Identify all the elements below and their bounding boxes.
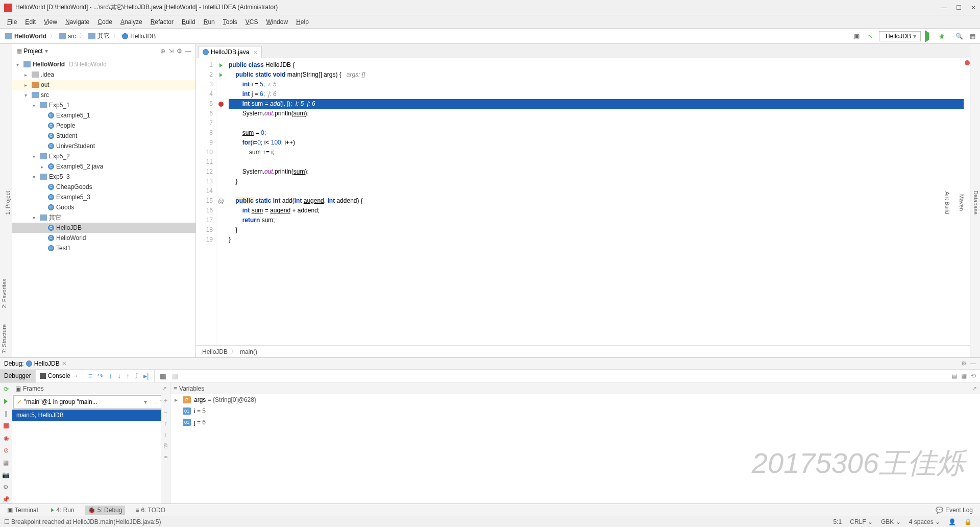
crumb-project[interactable]: HelloWorld [14, 33, 46, 40]
project-tree[interactable]: ▾HelloWorldD:\HelloWorld▸.idea▸out▾src▾E… [12, 58, 195, 357]
breakpoints-button[interactable]: ◉ [2, 434, 10, 442]
menu-analyze[interactable]: Analyze [116, 18, 146, 26]
minimize-button[interactable]: — [941, 4, 947, 11]
tree-node[interactable]: ▸out [12, 80, 195, 90]
link-icon[interactable]: ⚭ [163, 453, 168, 461]
layout-icon[interactable]: ▤ [951, 372, 957, 379]
close-button[interactable]: ✕ [971, 4, 976, 11]
nav-tool-icon[interactable]: ▣ [852, 32, 862, 41]
gear-icon[interactable]: ⚙ [177, 47, 182, 55]
settings-button[interactable]: ⚙ [2, 483, 10, 491]
step-over-icon[interactable]: ↷ [97, 372, 104, 380]
restore-icon[interactable]: ↗ [972, 385, 977, 392]
tree-node[interactable]: ▾Exp5_1 [12, 100, 195, 110]
tool-todo[interactable]: ≡6: TODO [132, 506, 168, 515]
line-gutter[interactable]: 12345678910111213141516171819 [196, 58, 216, 345]
tree-node[interactable]: ▾其它 [12, 212, 195, 223]
collapse-icon[interactable]: ⇲ [168, 47, 174, 55]
tree-node[interactable]: CHelloJDB [12, 223, 195, 233]
stop-button[interactable] [2, 422, 10, 430]
rerun-button[interactable]: ⟳ [2, 385, 10, 393]
tool-favorites[interactable]: 2: Favorites [0, 276, 8, 311]
menu-navigate[interactable]: Navigate [61, 18, 93, 26]
tab-console[interactable]: Console→ [36, 370, 83, 382]
copy-icon[interactable]: ⎘ [164, 442, 167, 449]
restore-icon[interactable]: ↗ [162, 385, 167, 392]
variables-list[interactable]: ▸Pargs = {String[0]@628}01i = 501j = 6 [170, 394, 980, 428]
pin-button[interactable]: 📌 [2, 495, 10, 504]
pause-button[interactable]: ‖ [2, 410, 10, 418]
tree-node[interactable]: CExample5_3 [12, 192, 195, 202]
line-ending[interactable]: CRLF ⌄ [846, 518, 877, 525]
tab-debugger[interactable]: Debugger [0, 370, 36, 382]
menu-window[interactable]: Window [262, 18, 292, 26]
tree-node[interactable]: ▸.idea [12, 69, 195, 80]
menu-help[interactable]: Help [292, 18, 313, 26]
inspect-icon[interactable]: 👤 [944, 518, 960, 525]
hide-icon[interactable]: — [970, 360, 976, 367]
up-icon[interactable]: ↑ [164, 420, 167, 427]
tree-node[interactable]: ▸CExample5_2.java [12, 161, 195, 172]
force-step-into-icon[interactable]: ↓ [117, 372, 121, 380]
restore-icon[interactable]: ⟲ [971, 372, 976, 379]
variable-row[interactable]: ▸Pargs = {String[0]@628} [170, 394, 980, 405]
menu-run[interactable]: Run [200, 18, 219, 26]
nav-back-icon[interactable]: ↖ [866, 32, 875, 41]
variable-row[interactable]: 01j = 6 [170, 417, 980, 428]
crumb-method[interactable]: main() [240, 348, 257, 355]
show-exec-point-icon[interactable]: ≡ [88, 372, 92, 380]
tool-database[interactable]: Database [972, 187, 980, 218]
tree-node[interactable]: CPeople [12, 121, 195, 131]
close-tab-icon[interactable]: ✕ [253, 50, 257, 55]
tree-node[interactable]: CHelloWorld [12, 233, 195, 243]
caret-position[interactable]: 5:1 [829, 518, 846, 525]
code-area[interactable]: public class HelloJDB { public static vo… [226, 58, 964, 345]
tree-node[interactable]: CUniverStudent [12, 141, 195, 151]
crumb-src[interactable]: src [68, 33, 76, 40]
menu-view[interactable]: View [40, 18, 61, 26]
tool-project[interactable]: 1: Project [4, 188, 12, 218]
menu-build[interactable]: Build [178, 18, 200, 26]
variable-row[interactable]: 01i = 5 [170, 405, 980, 417]
gear-icon[interactable]: ⚙ [961, 360, 967, 367]
tree-node[interactable]: CStudent [12, 131, 195, 141]
snapshot-button[interactable]: 📷 [2, 471, 10, 479]
step-into-icon[interactable]: ↓ [109, 372, 112, 380]
trace-icon[interactable]: ▦ [172, 372, 178, 380]
evaluate-icon[interactable]: ▦ [160, 372, 166, 380]
mute-bp-button[interactable]: ⊘ [2, 446, 10, 454]
gutter-icons[interactable]: @ [216, 58, 226, 345]
tool-eventlog[interactable]: 💬Event Log [933, 506, 976, 515]
remove-watch-icon[interactable]: − [164, 409, 167, 416]
error-stripe[interactable] [964, 58, 970, 345]
down-icon[interactable]: ↓ [164, 431, 167, 438]
menu-tools[interactable]: Tools [219, 18, 241, 26]
menu-edit[interactable]: Edit [21, 18, 40, 26]
tool-debug[interactable]: 🐞5: Debug [85, 506, 126, 515]
crumb-file[interactable]: HelloJDB [130, 33, 156, 40]
tree-node[interactable]: ▾HelloWorldD:\HelloWorld [12, 59, 195, 69]
encoding[interactable]: GBK ⌄ [877, 518, 905, 525]
menu-code[interactable]: Code [93, 18, 116, 26]
resume-button[interactable] [2, 397, 10, 405]
status-icon[interactable]: ☐ [4, 518, 10, 525]
search-icon[interactable]: 🔍 [954, 32, 964, 41]
crumb-pkg[interactable]: 其它 [97, 32, 110, 40]
tool-terminal[interactable]: ▣Terminal [4, 506, 41, 515]
stack-frame[interactable]: main:5, HelloJDB [12, 410, 170, 421]
add-watch-icon[interactable]: + [164, 397, 167, 404]
error-marker-icon[interactable] [965, 60, 970, 65]
step-out-icon[interactable]: ↑ [126, 372, 130, 380]
run-button[interactable] [925, 33, 929, 40]
menu-vcs[interactable]: VCS [241, 18, 262, 26]
tree-node[interactable]: CCheapGoods [12, 182, 195, 192]
tree-node[interactable]: ▾src [12, 90, 195, 100]
settings-icon[interactable]: ▦ [968, 32, 977, 41]
tree-node[interactable]: ▾Exp5_3 [12, 172, 195, 182]
drop-frame-icon[interactable]: ⤴ [135, 372, 138, 380]
tool-run[interactable]: 4: Run [48, 506, 77, 515]
layout-icon[interactable]: ▦ [961, 372, 967, 379]
layout-button[interactable]: ▦ [2, 459, 10, 467]
lock-icon[interactable]: 🔒 [960, 518, 976, 525]
indent[interactable]: 4 spaces ⌄ [905, 518, 944, 525]
